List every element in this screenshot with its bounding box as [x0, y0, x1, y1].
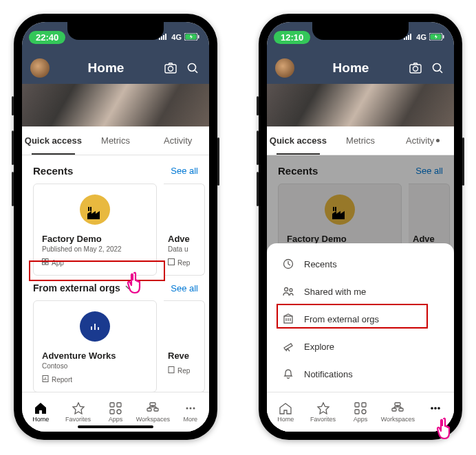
- factory-icon: [325, 195, 355, 225]
- svg-rect-71: [395, 403, 400, 406]
- svg-rect-1: [161, 36, 162, 40]
- nav-apps[interactable]: Apps: [342, 392, 379, 432]
- external-orgs-header[interactable]: From external orgs: [33, 282, 133, 293]
- tabs: Quick access Metrics Activity: [267, 126, 454, 155]
- tab-quick-access[interactable]: Quick access: [267, 126, 329, 155]
- tab-activity[interactable]: Activity: [147, 126, 209, 155]
- nav-more[interactable]: More: [417, 392, 454, 432]
- see-all-external[interactable]: See all: [171, 283, 198, 293]
- svg-rect-43: [410, 34, 411, 40]
- factory-icon: [80, 195, 110, 225]
- svg-rect-14: [46, 259, 49, 262]
- svg-rect-30: [150, 403, 155, 406]
- svg-rect-27: [117, 403, 121, 407]
- svg-rect-73: [399, 408, 403, 411]
- recents-title: Recents: [33, 165, 73, 177]
- svg-rect-72: [392, 408, 396, 411]
- nav-workspaces[interactable]: Workspaces: [379, 392, 416, 432]
- see-all-recents[interactable]: See all: [415, 166, 443, 176]
- svg-rect-52: [335, 207, 336, 211]
- tab-metrics[interactable]: Metrics: [329, 126, 392, 155]
- svg-rect-2: [163, 35, 164, 40]
- svg-point-48: [413, 67, 418, 71]
- svg-rect-42: [408, 35, 409, 40]
- sheet-external-orgs[interactable]: From external orgs: [267, 305, 454, 333]
- svg-point-8: [169, 67, 173, 71]
- svg-point-80: [437, 407, 440, 410]
- card-type: Report: [52, 376, 72, 384]
- bell-icon: [282, 368, 294, 379]
- avatar[interactable]: [30, 58, 50, 78]
- svg-rect-40: [404, 38, 405, 40]
- page-title: Home: [55, 60, 157, 76]
- nav-favorites[interactable]: Favorites: [304, 392, 341, 432]
- search-icon[interactable]: [429, 61, 446, 75]
- svg-line-10: [195, 71, 198, 74]
- status-time: 22:40: [29, 31, 65, 44]
- svg-point-9: [188, 64, 196, 71]
- more-sheet: Recents Shared with me From external org…: [267, 243, 454, 432]
- people-icon: [282, 286, 294, 297]
- sheet-shared[interactable]: Shared with me: [267, 278, 454, 305]
- battery-icon: [429, 33, 444, 42]
- sheet-explore[interactable]: Explore: [267, 333, 454, 360]
- svg-point-37: [186, 407, 188, 409]
- battery-icon: [184, 33, 199, 42]
- banner-image: [22, 84, 209, 126]
- recent-card[interactable]: Factory Demo Published on May 2, 2022 Ap…: [33, 184, 157, 276]
- svg-rect-41: [406, 36, 407, 40]
- app-header: Home: [22, 52, 209, 84]
- external-card[interactable]: Reve Rep: [164, 300, 205, 392]
- nav-home[interactable]: Home: [267, 392, 304, 432]
- camera-icon[interactable]: [162, 61, 179, 75]
- tab-quick-access[interactable]: Quick access: [22, 126, 85, 155]
- bottom-nav: Home Favorites Apps Workspaces: [267, 392, 454, 432]
- telescope-icon: [282, 341, 294, 352]
- svg-rect-26: [110, 403, 114, 407]
- tabs: Quick access Metrics Activity: [22, 126, 209, 155]
- svg-point-29: [117, 410, 121, 414]
- sheet-recents[interactable]: Recents: [267, 250, 454, 278]
- chevron-down-icon: [125, 282, 133, 293]
- tab-activity[interactable]: Activity: [391, 126, 454, 155]
- network-label: 4G: [171, 33, 182, 41]
- recent-card[interactable]: Adve Data u Rep: [164, 184, 205, 276]
- svg-rect-13: [43, 259, 45, 262]
- svg-rect-67: [355, 403, 359, 407]
- svg-point-38: [189, 407, 191, 409]
- card-title: Factory Demo: [42, 234, 148, 244]
- svg-rect-46: [443, 35, 444, 38]
- card-title: Factory Demo: [287, 234, 393, 244]
- svg-line-66: [288, 348, 290, 351]
- nav-more[interactable]: More: [172, 392, 209, 432]
- nav-home[interactable]: Home: [22, 392, 59, 432]
- svg-rect-16: [46, 263, 49, 265]
- svg-point-60: [290, 289, 292, 291]
- chart-icon: [80, 311, 110, 342]
- svg-rect-28: [110, 410, 114, 414]
- banner-image: [267, 84, 454, 126]
- card-title: Adventure Works: [42, 351, 148, 361]
- search-icon[interactable]: [184, 61, 201, 75]
- svg-rect-68: [362, 403, 366, 407]
- recents-title: Recents: [278, 165, 318, 177]
- sheet-notifications[interactable]: Notifications: [267, 360, 454, 388]
- camera-icon[interactable]: [407, 61, 424, 75]
- svg-rect-12: [90, 207, 91, 211]
- svg-point-70: [362, 410, 366, 414]
- see-all-recents[interactable]: See all: [171, 166, 198, 176]
- svg-point-59: [285, 288, 288, 291]
- external-card[interactable]: Adventure Works Contoso Report: [33, 300, 157, 392]
- svg-point-79: [434, 407, 437, 410]
- svg-line-50: [440, 71, 443, 74]
- svg-rect-51: [333, 207, 334, 211]
- avatar[interactable]: [275, 58, 294, 78]
- card-type: App: [52, 259, 64, 267]
- clock-icon: [282, 258, 294, 269]
- svg-point-49: [433, 64, 441, 71]
- tab-metrics[interactable]: Metrics: [85, 126, 147, 155]
- network-label: 4G: [416, 33, 426, 41]
- svg-rect-25: [169, 367, 174, 373]
- svg-rect-69: [355, 410, 359, 414]
- home-indicator[interactable]: [78, 425, 153, 428]
